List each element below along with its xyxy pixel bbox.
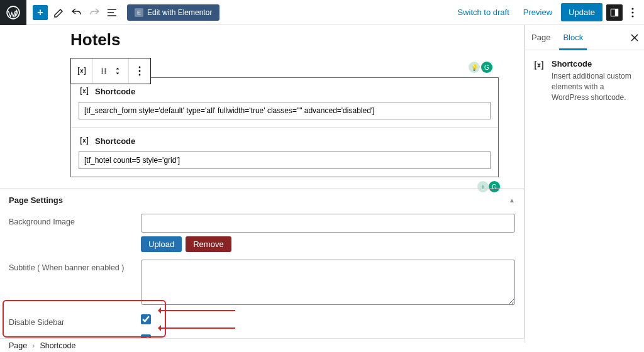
redo-icon[interactable] [88, 6, 101, 19]
shortcode-input[interactable] [79, 151, 491, 169]
shortcode-block[interactable]: Shortcode [71, 78, 498, 128]
svg-point-10 [102, 72, 103, 74]
disable-sidebar-label: Disable Sidebar [9, 314, 141, 327]
settings-sidebar: Page Block Shortcode Insert additional c… [525, 25, 644, 343]
svg-point-9 [104, 70, 106, 72]
preview-button[interactable]: Preview [518, 4, 557, 21]
undo-icon[interactable] [70, 6, 83, 19]
breadcrumb-root[interactable]: Page [9, 341, 27, 350]
update-button[interactable]: Update [561, 3, 602, 21]
grammarly-icon[interactable]: G [481, 62, 492, 73]
shortcode-input[interactable] [79, 102, 491, 119]
sidebar-tabs: Page Block [525, 25, 644, 50]
block-toolbar [70, 58, 151, 84]
move-up-down-icon[interactable] [112, 65, 123, 77]
add-block-button[interactable]: + [33, 5, 48, 20]
subtitle-textarea[interactable] [141, 260, 515, 305]
edit-mode-icon[interactable] [53, 6, 65, 19]
wordpress-logo[interactable] [0, 0, 26, 25]
bg-image-label: Background Image [9, 214, 141, 226]
remove-button[interactable]: Remove [186, 236, 231, 252]
sidebar-block-title: Shortcode [552, 59, 636, 69]
svg-point-8 [102, 70, 103, 72]
sidebar-block-desc: Insert additional custom elements with a… [552, 71, 636, 102]
page-title[interactable]: Hotels [70, 30, 524, 50]
svg-point-5 [631, 15, 633, 17]
svg-point-13 [139, 70, 141, 72]
settings-sidebar-toggle[interactable] [606, 4, 623, 21]
elementor-icon: E [135, 8, 143, 17]
shortcode-label: Shortcode [95, 87, 135, 96]
topbar-right: Switch to draft Preview Update [452, 3, 644, 21]
subtitle-label: Subtitle ( When banner enabled ) [9, 260, 141, 272]
drag-handle-icon[interactable] [98, 65, 109, 77]
options-menu-icon[interactable] [626, 4, 639, 21]
edit-with-elementor-button[interactable]: E Edit with Elementor [127, 4, 219, 21]
shortcode-block-group: Shortcode Shortcode [70, 77, 499, 177]
disable-sidebar-row: Disable Sidebar [0, 312, 524, 332]
shortcode-block-icon[interactable] [76, 65, 87, 77]
svg-point-7 [104, 69, 106, 70]
breadcrumb-current[interactable]: Shortcode [40, 341, 75, 350]
shortcode-icon [79, 135, 90, 146]
disable-sidebar-checkbox[interactable] [141, 314, 151, 324]
svg-rect-2 [615, 9, 618, 16]
editor-topbar: + E Edit with Elementor Switch to draft … [0, 0, 644, 25]
page-settings-panel: Page Settings ▲ Background Image Upload … [0, 189, 524, 343]
close-sidebar-icon[interactable] [625, 25, 644, 50]
sidebar-block-info: Shortcode Insert additional custom eleme… [525, 50, 644, 111]
editor-main: Hotels [0, 25, 644, 343]
breadcrumb-separator: › [32, 341, 35, 350]
switch-to-draft-button[interactable]: Switch to draft [452, 4, 514, 21]
collapse-icon[interactable]: ▲ [509, 197, 515, 204]
bg-image-input[interactable] [141, 214, 515, 233]
svg-point-4 [631, 11, 633, 13]
document-outline-icon[interactable] [106, 6, 118, 19]
svg-point-12 [139, 67, 141, 69]
svg-point-11 [104, 72, 106, 74]
svg-point-3 [631, 8, 633, 9]
shortcode-label: Shortcode [95, 136, 135, 146]
breadcrumb: Page › Shortcode [0, 338, 525, 352]
subtitle-row: Subtitle ( When banner enabled ) [0, 257, 524, 312]
tab-block[interactable]: Block [557, 25, 589, 50]
shortcode-icon [79, 85, 90, 97]
svg-point-6 [102, 69, 103, 70]
tab-page[interactable]: Page [525, 25, 557, 50]
shortcode-block[interactable]: Shortcode [71, 128, 498, 177]
shortcode-icon [533, 59, 545, 72]
page-settings-title[interactable]: Page Settings ▲ [0, 189, 524, 211]
block-options-icon[interactable] [134, 65, 145, 77]
svg-point-14 [139, 74, 141, 76]
elementor-label: Edit with Elementor [147, 8, 212, 17]
topbar-left: + E Edit with Elementor [0, 0, 219, 25]
assistant-hint-icon[interactable]: 💡 [469, 62, 480, 73]
editor-canvas: Hotels [0, 25, 525, 343]
upload-button[interactable]: Upload [141, 236, 182, 252]
background-image-row: Background Image Upload Remove [0, 211, 524, 257]
